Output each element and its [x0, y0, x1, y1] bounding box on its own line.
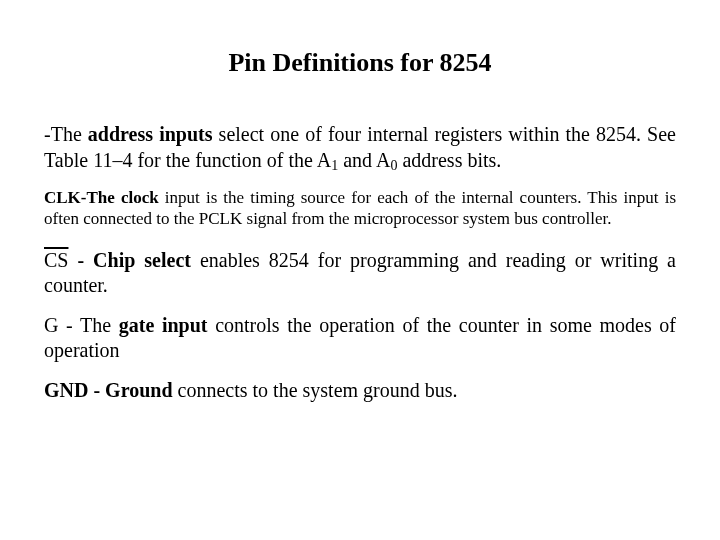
subscript-0: 0	[390, 158, 397, 173]
page: Pin Definitions for 8254 -The address in…	[0, 0, 720, 540]
text: -The	[44, 123, 88, 145]
para-address-inputs: -The address inputs select one of four i…	[44, 122, 676, 173]
para-gnd: GND - Ground connects to the system grou…	[44, 378, 676, 404]
bold-clk: CLK-The clock	[44, 188, 159, 207]
text: G - The	[44, 314, 119, 336]
text: connects to the system ground bus.	[173, 379, 458, 401]
text: and A	[338, 149, 390, 171]
bold-gate-input: gate input	[119, 314, 208, 336]
text: address bits.	[397, 149, 501, 171]
para-gate: G - The gate input controls the operatio…	[44, 313, 676, 364]
bold-address-inputs: address inputs	[88, 123, 213, 145]
cs-overline: CS	[44, 249, 68, 271]
para-cs: CS - Chip select enables 8254 for progra…	[44, 248, 676, 299]
subscript-1: 1	[331, 158, 338, 173]
bold-chip-select: - Chip select	[68, 249, 190, 271]
bold-gnd: GND - Ground	[44, 379, 173, 401]
para-clk: CLK-The clock input is the timing source…	[44, 187, 676, 230]
page-title: Pin Definitions for 8254	[44, 48, 676, 78]
